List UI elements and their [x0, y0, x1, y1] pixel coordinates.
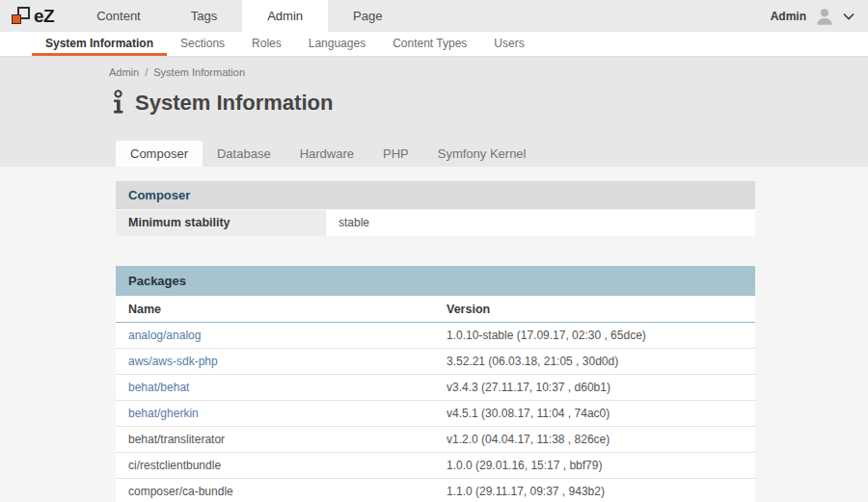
page-header: Admin/System Information System Informat…: [0, 57, 868, 167]
package-name: behat/transliterator: [116, 427, 434, 452]
tab-bar: ComposerDatabaseHardwarePHPSymfony Kerne…: [116, 141, 540, 167]
table-row-composer-ca-bundle: composer/ca-bundle1.1.0 (29.11.17, 09:37…: [116, 479, 755, 502]
packages-section: Packages Name Version analog/analog1.0.1…: [116, 266, 755, 502]
composer-section-header: Composer: [116, 181, 755, 209]
subnav-item-languages[interactable]: Languages: [295, 32, 379, 56]
top-nav-item-tags[interactable]: Tags: [166, 0, 242, 32]
logo-text: eZ: [34, 6, 54, 27]
page-title: System Information: [0, 78, 868, 116]
sub-nav: System InformationSectionsRolesLanguages…: [0, 32, 868, 57]
package-name[interactable]: behat/gherkin: [116, 401, 434, 426]
composer-section: Composer Minimum stability stable: [116, 181, 755, 236]
table-row-ci-restclientbundle: ci/restclientbundle1.0.0 (29.01.16, 15:1…: [116, 453, 755, 479]
chevron-down-icon: [843, 13, 854, 20]
table-row-aws-aws-sdk-php: aws/aws-sdk-php3.52.21 (06.03.18, 21:05 …: [116, 349, 755, 375]
subnav-item-users[interactable]: Users: [480, 32, 537, 56]
composer-row-label: Minimum stability: [116, 210, 326, 236]
top-nav-item-admin[interactable]: Admin: [242, 0, 328, 32]
package-version: 1.1.0 (29.11.17, 09:37 , 943b2): [434, 479, 755, 502]
composer-row: Minimum stability stable: [116, 210, 755, 236]
info-icon: [111, 90, 125, 116]
subnav-item-roles[interactable]: Roles: [238, 32, 295, 56]
packages-section-header: Packages: [116, 266, 755, 296]
tab-php[interactable]: PHP: [368, 141, 423, 167]
top-nav-item-page[interactable]: Page: [328, 0, 407, 32]
subnav-item-content-types[interactable]: Content Types: [379, 32, 480, 56]
subnav-item-system-information[interactable]: System Information: [32, 32, 167, 56]
package-version: v1.2.0 (04.04.17, 11:38 , 826ce): [434, 427, 755, 452]
column-header-version: Version: [434, 296, 755, 322]
tab-database[interactable]: Database: [203, 141, 285, 167]
package-name: ci/restclientbundle: [116, 453, 434, 478]
composer-row-value: stable: [326, 210, 755, 236]
avatar-icon: [814, 6, 835, 27]
user-name: Admin: [771, 10, 806, 23]
package-name[interactable]: aws/aws-sdk-php: [116, 349, 434, 374]
package-name: composer/ca-bundle: [116, 479, 434, 502]
package-version: 3.52.21 (06.03.18, 21:05 , 30d0d): [434, 349, 755, 374]
package-name[interactable]: behat/behat: [116, 375, 434, 400]
tab-composer[interactable]: Composer: [116, 141, 203, 167]
ez-logo-icon: [12, 7, 30, 25]
column-header-name: Name: [116, 296, 434, 322]
packages-table-header: Name Version: [116, 296, 755, 323]
ez-logo[interactable]: eZ: [0, 0, 71, 32]
package-name[interactable]: analog/analog: [116, 323, 434, 348]
app-window: eZ ContentTagsAdminPage Admin System Inf…: [0, 0, 868, 502]
package-version: 1.0.10-stable (17.09.17, 02:30 , 65dce): [434, 323, 755, 348]
subnav-item-sections[interactable]: Sections: [167, 32, 238, 56]
breadcrumb-item-system-information[interactable]: System Information: [153, 66, 245, 78]
top-nav-item-content[interactable]: Content: [71, 0, 166, 32]
package-version: v3.4.3 (27.11.17, 10:37 , d60b1): [434, 375, 755, 400]
breadcrumb-separator: /: [145, 66, 148, 78]
user-menu[interactable]: Admin: [771, 0, 868, 32]
top-nav: ContentTagsAdminPage: [71, 0, 407, 32]
logo-square-orange: [12, 14, 21, 24]
breadcrumb: Admin/System Information: [0, 57, 868, 78]
packages-table-body: analog/analog1.0.10-stable (17.09.17, 02…: [116, 323, 755, 502]
top-bar: eZ ContentTagsAdminPage Admin: [0, 0, 868, 32]
page-title-text: System Information: [135, 91, 333, 116]
tab-hardware[interactable]: Hardware: [285, 141, 368, 167]
table-row-behat-gherkin: behat/gherkinv4.5.1 (30.08.17, 11:04 , 7…: [116, 401, 755, 427]
package-version: v4.5.1 (30.08.17, 11:04 , 74ac0): [434, 401, 755, 426]
table-row-behat-transliterator: behat/transliteratorv1.2.0 (04.04.17, 11…: [116, 427, 755, 453]
main-content: Composer Minimum stability stable Packag…: [0, 167, 868, 502]
table-row-analog-analog: analog/analog1.0.10-stable (17.09.17, 02…: [116, 323, 755, 349]
breadcrumb-item-admin[interactable]: Admin: [109, 66, 139, 78]
package-version: 1.0.0 (29.01.16, 15:17 , bbf79): [434, 453, 755, 478]
tab-symfony-kernel[interactable]: Symfony Kernel: [423, 141, 541, 167]
table-row-behat-behat: behat/behatv3.4.3 (27.11.17, 10:37 , d60…: [116, 375, 755, 401]
